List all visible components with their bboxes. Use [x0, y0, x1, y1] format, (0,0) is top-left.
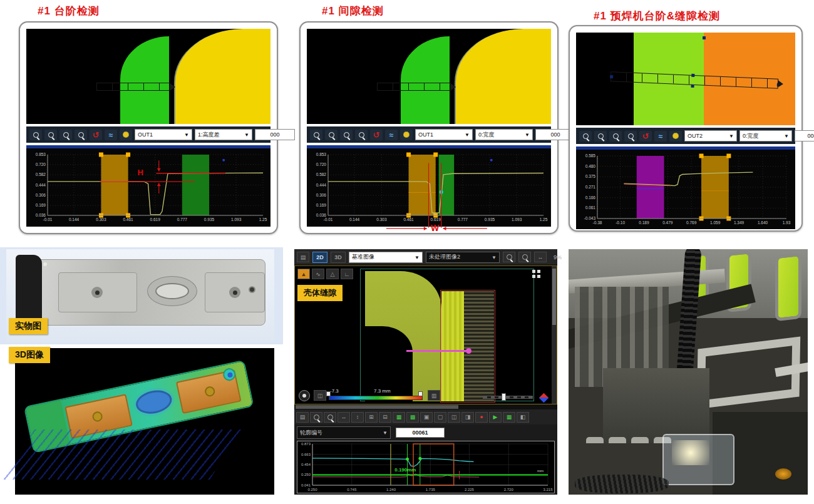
profile-number-value[interactable]: 00061: [396, 428, 445, 438]
vertical-pan-icon[interactable]: ↕: [351, 412, 364, 423]
zoom-fit-icon[interactable]: [75, 130, 87, 140]
scroll-thumb[interactable]: [296, 405, 458, 409]
zoom-in-icon[interactable]: [310, 412, 322, 423]
pan-tool-icon[interactable]: ↔: [337, 412, 350, 423]
color-mode-icon[interactable]: [539, 393, 549, 403]
profile-view-icon[interactable]: ∿: [312, 269, 324, 279]
tab-3d[interactable]: 3D: [331, 252, 346, 263]
horizontal-scrollbar[interactable]: [294, 404, 557, 409]
terrain-view-icon[interactable]: △: [326, 269, 339, 279]
list-view-icon[interactable]: ▤: [297, 252, 309, 262]
zoom-in-icon[interactable]: [325, 130, 337, 140]
target-button[interactable]: [299, 390, 310, 401]
settings-icon[interactable]: [669, 131, 682, 141]
tab-2d[interactable]: 2D: [312, 252, 327, 263]
measure-roi[interactable]: [96, 83, 170, 91]
measure-select[interactable]: 0:宽度: [475, 129, 533, 140]
magnifier-glyph: [507, 254, 512, 260]
scale-handle-max[interactable]: [418, 391, 423, 396]
scale-handle-min[interactable]: [326, 391, 331, 396]
profile-number-select[interactable]: 轮廓编号: [297, 426, 391, 439]
svg-text:0.144: 0.144: [349, 217, 360, 222]
profile-slider-track[interactable]: [483, 396, 533, 399]
half-view-icon[interactable]: ◨: [461, 412, 474, 423]
zoom-in-icon[interactable]: [594, 131, 607, 141]
profile-icon[interactable]: [385, 130, 398, 140]
scroll-thumb[interactable]: [552, 269, 556, 325]
value-box[interactable]: 000: [255, 129, 295, 140]
processed-image-select[interactable]: 未处理图像2: [426, 252, 500, 263]
zoom-fit-icon[interactable]: [624, 131, 637, 141]
angle-view-icon[interactable]: ∟: [341, 269, 353, 279]
image-toolbar: OUT1 1:高度差 000: [26, 126, 270, 143]
profile-slider-handle[interactable]: [502, 393, 506, 401]
histogram-icon[interactable]: ▥: [428, 390, 440, 401]
zoom-out-icon[interactable]: [340, 130, 353, 140]
roi-node[interactable]: [691, 74, 694, 77]
output-select[interactable]: OUT1: [135, 129, 192, 140]
fullscreen-icon[interactable]: [532, 270, 540, 278]
profile-icon[interactable]: [654, 131, 667, 141]
zoom-out-icon[interactable]: [518, 252, 531, 262]
output-select[interactable]: OUT2: [684, 130, 737, 141]
record-icon[interactable]: ●: [475, 412, 488, 423]
expand-x-icon[interactable]: ⊞: [365, 412, 378, 423]
gap-roi-box[interactable]: [440, 290, 495, 403]
measure-select[interactable]: 1:高度差: [195, 129, 252, 140]
svg-text:0.720: 0.720: [36, 162, 46, 167]
output-select[interactable]: OUT1: [415, 129, 473, 140]
zoom-in-icon[interactable]: [503, 252, 515, 262]
hole-3d-center: [227, 372, 233, 378]
svg-text:1.735: 1.735: [426, 488, 436, 491]
gap-profile-chart: 0.2500.7451.2401.7352.2252.7203.2150.873…: [297, 441, 554, 493]
svg-text:0.444: 0.444: [316, 183, 327, 187]
select-tool-icon[interactable]: ▤: [296, 412, 309, 423]
green-surface: [120, 36, 169, 124]
undo-icon[interactable]: [370, 130, 383, 140]
profile-icon[interactable]: [105, 130, 117, 140]
roi-node[interactable]: [777, 83, 780, 86]
base-image-select[interactable]: 基准图像: [349, 252, 423, 263]
hatch-icon[interactable]: ▩: [406, 412, 419, 423]
roi-node[interactable]: [691, 85, 694, 88]
pad-screw: [204, 386, 216, 398]
undo-icon[interactable]: [90, 130, 102, 140]
export-icon[interactable]: ▦: [503, 412, 515, 423]
zoom-out-icon[interactable]: [324, 412, 336, 423]
measure-roi[interactable]: [377, 83, 451, 91]
play-icon[interactable]: ▶: [489, 412, 502, 423]
zoom-out-icon[interactable]: [609, 131, 622, 141]
svg-text:0.853: 0.853: [36, 152, 46, 157]
grid-on-icon[interactable]: ▦: [393, 412, 405, 423]
vertical-scrollbar[interactable]: [552, 266, 557, 404]
zoom-in-icon[interactable]: [44, 130, 57, 140]
measurement-arrow[interactable]: [406, 350, 469, 352]
scale-max: 7.3 mm: [374, 388, 391, 394]
roi-node[interactable]: [610, 75, 613, 78]
marker-icon[interactable]: ▣: [420, 412, 433, 423]
settings-icon[interactable]: [400, 130, 413, 140]
palette-icon[interactable]: ◫: [314, 390, 326, 401]
settings-icon[interactable]: [120, 130, 132, 140]
value-box[interactable]: 000: [795, 130, 814, 141]
pan-icon[interactable]: [29, 130, 42, 140]
color-scale-bar[interactable]: [329, 396, 423, 400]
svg-text:-0.38: -0.38: [593, 220, 602, 225]
svg-text:0.461: 0.461: [403, 217, 414, 222]
zoom-fit-icon[interactable]: [355, 130, 368, 140]
pan-icon[interactable]: [310, 130, 322, 140]
height-view-icon[interactable]: ▲: [297, 269, 310, 279]
split-view-icon[interactable]: ◫: [448, 412, 460, 423]
profile-chart-area: -0.010.1440.3030.4610.6190.7770.9351.093…: [307, 145, 551, 227]
measure-select[interactable]: 0:宽度: [739, 130, 792, 141]
box-icon[interactable]: ▢: [434, 412, 446, 423]
fit-screen-icon[interactable]: ↔: [534, 252, 547, 262]
zoom-out-icon[interactable]: [59, 130, 72, 140]
shrink-x-icon[interactable]: ⊟: [379, 412, 391, 423]
pan-icon[interactable]: [579, 131, 592, 141]
photo-label: 实物图: [9, 318, 48, 334]
layers-icon[interactable]: ◧: [517, 412, 529, 423]
undo-icon[interactable]: [639, 131, 652, 141]
chevron-down-icon: [465, 131, 470, 138]
svg-text:0.166: 0.166: [585, 195, 596, 200]
